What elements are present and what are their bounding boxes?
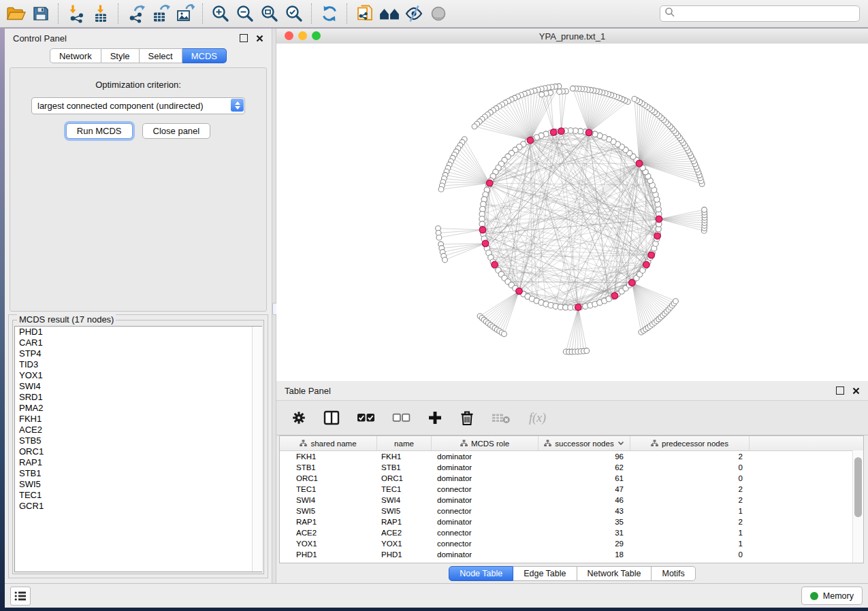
mcds-result-item[interactable]: STB5 [15, 435, 261, 446]
deselect-all-columns-button[interactable] [392, 413, 411, 423]
leaf-node[interactable] [502, 331, 507, 337]
table-scrollbar-thumb[interactable] [854, 457, 862, 517]
import-table-button[interactable] [89, 3, 113, 24]
table-row[interactable]: ACE2ACE2connector311 [280, 527, 863, 538]
table-row[interactable]: FKH1FKH1dominator962 [280, 451, 863, 462]
table-row[interactable]: RAP1RAP1dominator352 [280, 516, 863, 527]
zoom-selected-button[interactable] [282, 3, 306, 24]
new-network-from-selection-button[interactable] [353, 3, 377, 24]
mcds-result-item[interactable]: PHD1 [15, 327, 261, 337]
leaf-node[interactable] [472, 124, 477, 129]
mcds-node[interactable] [643, 261, 650, 268]
mcds-result-list[interactable]: PHD1CAR1STP4TID3YOX1SWI4SRD1PMA2FKH1ACE2… [14, 326, 262, 572]
table-row[interactable]: YOX1YOX1connector291 [280, 538, 863, 549]
tab-network-table[interactable]: Network Table [577, 566, 652, 581]
result-list-scrollbar[interactable] [252, 327, 262, 572]
mcds-node[interactable] [585, 129, 592, 136]
mcds-node[interactable] [648, 252, 655, 259]
mcds-node[interactable] [482, 240, 489, 247]
mcds-result-item[interactable]: TEC1 [15, 490, 261, 501]
mcds-node[interactable] [575, 304, 582, 311]
table-row[interactable]: ORC1ORC1dominator610 [280, 473, 863, 484]
tab-style[interactable]: Style [101, 48, 140, 63]
mcds-result-item[interactable]: YOX1 [15, 370, 261, 381]
export-network-button[interactable] [124, 3, 148, 24]
column-header-MCDS-role[interactable]: MCDS role [432, 436, 539, 450]
float-panel-icon[interactable] [240, 34, 248, 42]
task-history-button[interactable] [10, 587, 31, 606]
export-image-button[interactable] [173, 3, 197, 24]
toggle-column-display-button[interactable] [323, 410, 340, 425]
search-field[interactable] [660, 5, 860, 22]
hide-selected-button[interactable] [402, 3, 426, 24]
mcds-node[interactable] [611, 293, 618, 299]
leaf-node[interactable] [539, 92, 545, 97]
leaf-node[interactable] [702, 207, 707, 212]
zoom-in-button[interactable] [208, 3, 233, 24]
add-column-button[interactable] [428, 410, 443, 425]
table-row[interactable]: TEC1TEC1connector472 [280, 484, 863, 495]
mcds-node[interactable] [516, 288, 523, 295]
table-scrollbar[interactable] [852, 450, 863, 563]
network-canvas-svg[interactable] [276, 44, 868, 381]
vertical-splitter[interactable] [272, 29, 276, 583]
leaf-node[interactable] [436, 235, 442, 240]
save-session-button[interactable] [29, 3, 53, 24]
memory-button[interactable]: Memory [801, 587, 863, 605]
zoom-fit-button[interactable] [257, 3, 282, 24]
mcds-node[interactable] [654, 233, 661, 240]
close-panel-icon[interactable] [256, 35, 263, 42]
table-settings-button[interactable] [291, 410, 306, 425]
delete-column-button[interactable] [460, 410, 475, 426]
import-network-button[interactable] [64, 3, 89, 24]
tab-network[interactable]: Network [50, 48, 101, 63]
mcds-node[interactable] [479, 227, 486, 233]
leaf-node[interactable] [673, 299, 679, 304]
mcds-result-item[interactable]: ORC1 [15, 446, 261, 457]
tab-node-table[interactable]: Node Table [449, 566, 513, 581]
leaf-node[interactable] [570, 86, 575, 91]
mcds-node[interactable] [629, 280, 636, 286]
mcds-result-item[interactable]: SRD1 [15, 392, 261, 403]
leaf-node[interactable] [443, 257, 448, 263]
column-header-name[interactable]: name [377, 436, 432, 450]
mcds-node[interactable] [527, 137, 534, 144]
close-panel-button[interactable]: Close panel [142, 123, 211, 139]
open-session-button[interactable] [4, 3, 29, 24]
export-table-button[interactable] [148, 3, 173, 24]
column-header-successor-nodes[interactable]: successor nodes [539, 436, 630, 450]
leaf-node[interactable] [584, 348, 590, 354]
mcds-node[interactable] [558, 128, 565, 135]
mcds-result-item[interactable]: SWI5 [15, 479, 261, 490]
select-all-columns-button[interactable] [357, 413, 375, 423]
mcds-result-item[interactable]: STB1 [15, 468, 261, 479]
window-close-light[interactable] [285, 31, 293, 40]
leaf-node[interactable] [557, 89, 562, 95]
apply-layout-button[interactable] [317, 3, 342, 24]
run-mcds-button[interactable]: Run MCDS [66, 123, 133, 139]
mcds-result-item[interactable]: STP4 [15, 348, 261, 359]
close-table-panel-icon[interactable] [852, 387, 860, 395]
float-table-panel-icon[interactable] [836, 386, 844, 395]
show-all-button[interactable] [426, 3, 451, 24]
mcds-result-item[interactable]: SWI4 [15, 381, 261, 392]
leaf-node[interactable] [438, 186, 444, 192]
mcds-result-item[interactable]: FKH1 [15, 414, 261, 425]
table-row[interactable]: STB1STB1dominator620 [280, 462, 863, 473]
mcds-result-item[interactable]: ACE2 [15, 425, 261, 435]
first-neighbors-button[interactable] [377, 3, 402, 24]
window-minimize-light[interactable] [298, 31, 307, 40]
table-row[interactable]: PHD1PHD1dominator180 [280, 549, 863, 560]
tab-select[interactable]: Select [140, 48, 182, 63]
mcds-node[interactable] [656, 216, 662, 222]
table-row[interactable]: SWI5SWI5connector431 [280, 506, 863, 516]
mcds-result-item[interactable]: GCR1 [15, 501, 261, 512]
zoom-out-button[interactable] [233, 3, 257, 24]
criterion-select[interactable]: largest connected component (undirected) [31, 97, 245, 114]
mcds-result-item[interactable]: CAR1 [15, 337, 261, 348]
mcds-result-item[interactable]: TID3 [15, 359, 261, 370]
window-zoom-light[interactable] [312, 31, 321, 40]
tab-mcds[interactable]: MCDS [182, 48, 227, 63]
mcds-node[interactable] [636, 160, 643, 167]
network-canvas[interactable] [276, 44, 868, 381]
